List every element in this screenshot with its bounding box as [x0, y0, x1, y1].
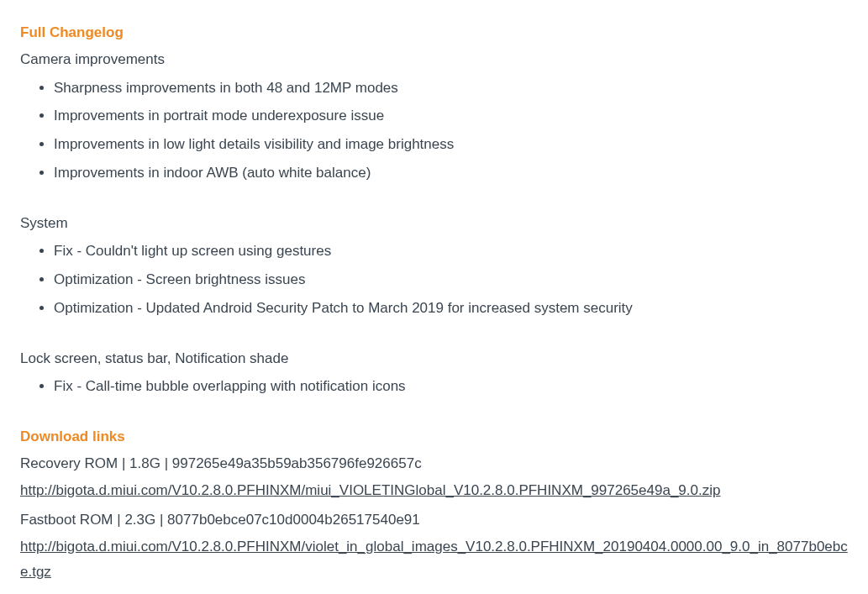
- download-info-recovery: Recovery ROM | 1.8G | 997265e49a35b59ab3…: [20, 451, 848, 476]
- section-list-camera: Sharpness improvements in both 48 and 12…: [20, 74, 848, 187]
- section-label-camera: Camera improvements: [20, 47, 848, 72]
- download-link-fastboot[interactable]: http://bigota.d.miui.com/V10.2.8.0.PFHIN…: [20, 539, 848, 580]
- list-item: Fix - Call-time bubble overlapping with …: [54, 372, 848, 401]
- list-item: Fix - Couldn't light up screen using ges…: [54, 237, 848, 265]
- list-item: Improvements in low light details visibi…: [54, 130, 848, 159]
- download-link-recovery[interactable]: http://bigota.d.miui.com/V10.2.8.0.PFHIN…: [20, 482, 720, 498]
- list-item: Sharpness improvements in both 48 and 12…: [54, 74, 848, 103]
- section-list-system: Fix - Couldn't light up screen using ges…: [20, 237, 848, 322]
- list-item: Improvements in indoor AWB (auto white b…: [54, 159, 848, 187]
- downloads-heading: Download links: [20, 424, 848, 449]
- download-info-fastboot: Fastboot ROM | 2.3G | 8077b0ebce07c10d00…: [20, 507, 848, 533]
- list-item: Optimization - Updated Android Security …: [54, 294, 848, 323]
- changelog-heading: Full Changelog: [20, 20, 848, 45]
- section-list-lockscreen: Fix - Call-time bubble overlapping with …: [20, 372, 848, 401]
- list-item: Improvements in portrait mode underexpos…: [54, 102, 848, 130]
- list-item: Optimization - Screen brightness issues: [54, 265, 848, 294]
- section-label-system: System: [20, 211, 848, 236]
- section-label-lockscreen: Lock screen, status bar, Notification sh…: [20, 346, 848, 371]
